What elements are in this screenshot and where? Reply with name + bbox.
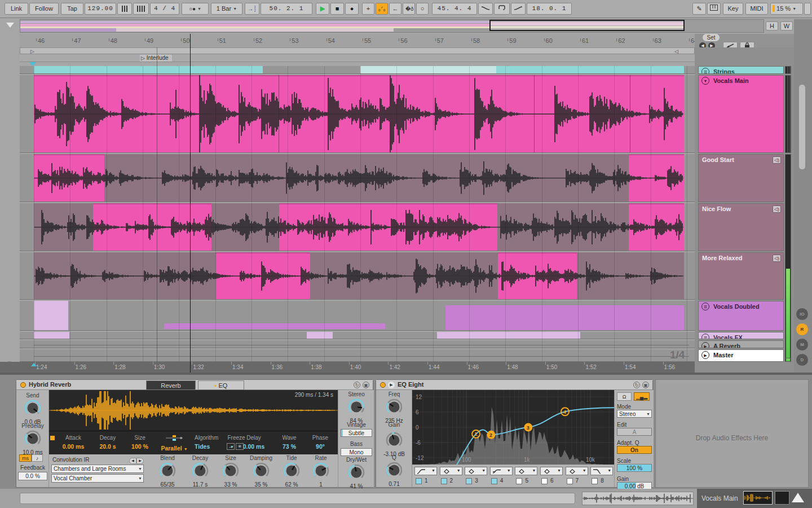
- hot-swap-icon[interactable]: ↻: [354, 382, 360, 388]
- mixer-section-toggle-m[interactable]: M: [796, 339, 808, 351]
- mixer-section-toggle-io[interactable]: IO: [796, 308, 808, 320]
- clip-vocals-doubled[interactable]: [164, 323, 385, 329]
- overview-viewport[interactable]: [489, 20, 685, 31]
- metronome-toggle[interactable]: ○● ▼: [182, 3, 209, 15]
- computer-midi-keyboard-button[interactable]: [707, 3, 721, 15]
- send-knob[interactable]: Send0.0 dB: [17, 392, 48, 425]
- feedback-value[interactable]: 0.0 %: [18, 472, 47, 480]
- track-header-master[interactable]: ▶Master: [698, 349, 784, 362]
- clip-strings[interactable]: [360, 66, 496, 73]
- track-header-vocals-fx[interactable]: ☰Vocals FX: [698, 332, 784, 339]
- loop-button[interactable]: [494, 3, 510, 15]
- track-header-strings[interactable]: ☰Strings: [698, 66, 784, 74]
- clip-vocals-fx[interactable]: [307, 332, 333, 339]
- clip-vocals-doubled[interactable]: [445, 305, 684, 331]
- vintage-control[interactable]: VintageSubtle: [338, 422, 374, 437]
- ms-beat-toggle[interactable]: ms♪: [19, 454, 43, 462]
- clip-overview-box[interactable]: [582, 492, 694, 505]
- loop-start-handle[interactable]: ▷: [30, 49, 34, 54]
- mixer-section-toggle-r[interactable]: R: [796, 323, 808, 335]
- clip-strings[interactable]: [496, 66, 684, 73]
- band-enable-checkbox[interactable]: [516, 478, 522, 484]
- fold-arrangement-icon[interactable]: [6, 23, 14, 28]
- scrub-area[interactable]: ▷ ◁: [20, 47, 695, 54]
- ir-next-icon[interactable]: ▶: [136, 458, 144, 464]
- ir-prev-icon[interactable]: ◀: [129, 458, 136, 464]
- tap-button[interactable]: Tap: [61, 3, 83, 15]
- nudge-up-button[interactable]: [133, 3, 149, 15]
- zoom-height-button[interactable]: H: [766, 21, 778, 30]
- adapt-q-value[interactable]: On: [617, 446, 652, 454]
- band-filter-type-select[interactable]: ▼: [590, 467, 613, 475]
- edit-value[interactable]: A: [617, 428, 652, 436]
- param-value[interactable]: 20.0 s: [93, 443, 122, 450]
- punch-out-button[interactable]: [511, 3, 526, 15]
- save-preset-icon[interactable]: ▣: [642, 382, 649, 388]
- clip-vocals-fx[interactable]: [34, 332, 69, 339]
- clip-vocals-doubled[interactable]: [34, 301, 68, 330]
- q-knob[interactable]: Q0.71: [378, 454, 410, 487]
- arrangement-position-display[interactable]: 50. 2. 1: [261, 3, 312, 15]
- hybrid-reverb-header[interactable]: Hybrid Reverb Reverb ▪ EQ ↻ ▣: [16, 380, 373, 390]
- track-play-icon[interactable]: ▶: [701, 351, 709, 359]
- tab-reverb[interactable]: Reverb: [146, 380, 196, 390]
- vertical-scrollbar[interactable]: [799, 85, 805, 169]
- band-enable-checkbox[interactable]: [541, 478, 548, 484]
- bass-control[interactable]: BassMono: [338, 441, 374, 456]
- spectrum-toggle-icon[interactable]: ▁▄▂: [634, 392, 650, 401]
- param-value[interactable]: 100 %: [126, 443, 154, 450]
- back-to-arrangement-button[interactable]: ←: [389, 3, 401, 15]
- param-value[interactable]: 73 %: [275, 443, 304, 450]
- routing-value[interactable]: Parallel ▼: [157, 445, 191, 452]
- parallel-routing-menu[interactable]: Parallel ▼: [157, 435, 191, 452]
- eq-eight-header[interactable]: ▶ EQ Eight ↻ ▣: [376, 380, 652, 390]
- follow-playhead-button[interactable]: →┊: [245, 3, 259, 15]
- param-phase[interactable]: Phase90°: [306, 435, 334, 450]
- playhead[interactable]: [190, 34, 191, 373]
- param-attack[interactable]: Attack0.00 ms: [57, 435, 90, 450]
- hot-swap-icon[interactable]: ↻: [633, 382, 640, 388]
- ir-prev-next[interactable]: ◀▶: [129, 457, 144, 464]
- clip-strings[interactable]: [34, 66, 263, 73]
- freeze-controls[interactable]: Freeze→✳: [211, 435, 251, 450]
- freeze-in-icon[interactable]: →: [227, 443, 235, 450]
- predelay-knob[interactable]: Predelay10.0 ms: [17, 423, 48, 456]
- punch-in-button[interactable]: [478, 3, 493, 15]
- knob-size[interactable]: Size33 %: [215, 455, 246, 488]
- loop-end-handle[interactable]: ◁: [674, 49, 678, 54]
- locator-interlude[interactable]: ▷ Interlude: [140, 55, 172, 62]
- vintage-select[interactable]: Subtle: [341, 429, 372, 437]
- track-header-good-start[interactable]: Good Start◁): [698, 154, 784, 202]
- ms-toggle[interactable]: ms: [19, 454, 32, 462]
- mode-value[interactable]: Stereo▼: [617, 410, 652, 418]
- freeze-flat-icon[interactable]: ✳: [236, 443, 244, 450]
- clip-thumbnail-dark[interactable]: [775, 491, 789, 505]
- capture-button[interactable]: ○: [416, 3, 429, 15]
- feedback-control[interactable]: Feedback0.0 %: [16, 465, 49, 480]
- band-filter-type-select[interactable]: ▼: [566, 467, 588, 475]
- knob-tide[interactable]: Tide62 %: [276, 455, 307, 488]
- band-enable-checkbox[interactable]: [592, 478, 598, 484]
- speaker-icon[interactable]: ◁): [773, 156, 781, 164]
- quantize-menu[interactable]: 1 Bar ▼: [211, 3, 242, 15]
- track-fold-icon[interactable]: ☰: [701, 303, 709, 310]
- band-filter-type-select[interactable]: ▼: [440, 467, 462, 475]
- device-drop-zone[interactable]: Drop Audio Effects Here: [655, 379, 809, 488]
- knob-decay[interactable]: Decay11.7 s: [184, 455, 216, 488]
- bass-mono-select[interactable]: Mono: [341, 448, 372, 456]
- key-map-button[interactable]: Key: [723, 3, 743, 15]
- play-button[interactable]: ▶: [316, 3, 329, 15]
- band-filter-type-select[interactable]: ▼: [490, 467, 513, 475]
- clip-vocals-fx[interactable]: [437, 332, 580, 339]
- band-enable-checkbox[interactable]: [416, 478, 422, 484]
- mixer-section-toggle-d[interactable]: D: [796, 354, 808, 366]
- midi-map-button[interactable]: MIDI: [745, 3, 768, 15]
- loop-length-field[interactable]: 18. 0. 1: [527, 3, 572, 15]
- speaker-icon[interactable]: ◁): [773, 205, 781, 213]
- band-enable-checkbox[interactable]: [441, 478, 447, 484]
- stop-button[interactable]: ■: [330, 3, 344, 15]
- follow-button[interactable]: Follow: [29, 3, 59, 15]
- clip-thumbnail-audio[interactable]: [743, 491, 773, 505]
- param-decay[interactable]: Decay20.0 s: [93, 435, 122, 450]
- tempo-field[interactable]: 129.00: [85, 3, 116, 15]
